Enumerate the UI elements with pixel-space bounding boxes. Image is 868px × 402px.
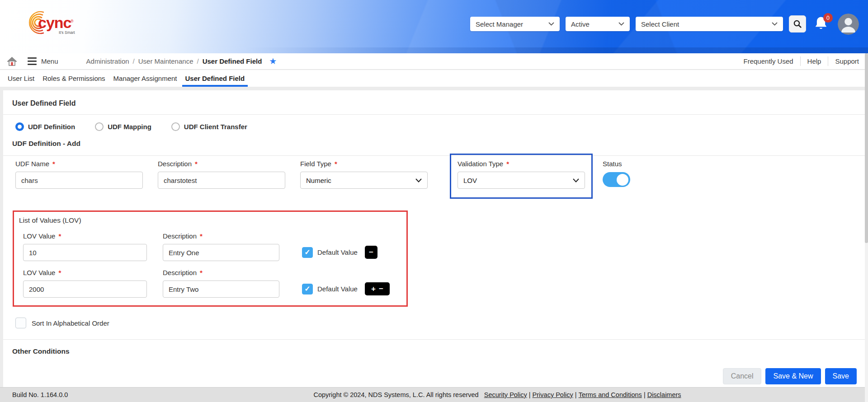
tab-user-defined-field[interactable]: User Defined Field	[181, 70, 249, 87]
lov-description-group-2: Description*	[163, 269, 279, 298]
breadcrumb-separator: /	[133, 57, 135, 65]
breadcrumb-separator: /	[197, 57, 198, 65]
validation-type-select[interactable]: LOV	[458, 172, 585, 189]
home-icon	[7, 57, 17, 66]
udf-name-label: UDF Name*	[15, 160, 143, 168]
remove-lov-row-button-1[interactable]: −	[365, 246, 377, 259]
lov-description-group-1: Description*	[163, 232, 279, 261]
logo-text: cync	[38, 14, 71, 31]
lov-value-label: LOV Value*	[23, 232, 147, 240]
required-marker: *	[58, 232, 61, 240]
search-button[interactable]	[789, 15, 806, 33]
security-policy-link[interactable]: Security Policy	[484, 391, 527, 398]
tab-roles-permissions[interactable]: Roles & Permissions	[38, 70, 109, 87]
search-icon	[793, 19, 802, 28]
scrollbar[interactable]	[865, 53, 868, 402]
logo-tagline: It's Smart	[59, 30, 75, 35]
tabs-bar: User List Roles & Permissions Manager As…	[0, 70, 868, 87]
user-defined-field-panel: User Defined Field UDF Definition UDF Ma…	[3, 90, 865, 387]
lov-value-input-1[interactable]	[23, 244, 147, 261]
breadcrumb: Administration / User Maintenance / User…	[86, 57, 277, 65]
build-number: Build No. 1.164.0.0	[12, 391, 68, 398]
support-link[interactable]: Support	[828, 56, 861, 66]
tab-manager-assignment[interactable]: Manager Assignment	[109, 70, 181, 87]
lov-row-2: LOV Value* Description* ✓ Default Value …	[23, 269, 406, 298]
select-manager-value: Select Manager	[476, 20, 523, 28]
chevron-down-icon	[618, 22, 624, 26]
udf-definition-form-row: UDF Name* Description* Field Type* Numer…	[12, 156, 856, 199]
lov-description-label: Description*	[163, 269, 279, 276]
footer-bar: Build No. 1.164.0.0 Copyright © 2024, ND…	[0, 387, 868, 402]
description-label: Description*	[158, 160, 285, 168]
select-manager-dropdown[interactable]: Select Manager	[470, 17, 560, 31]
lov-description-input-2[interactable]	[163, 280, 279, 298]
check-icon: ✓	[304, 285, 310, 293]
tab-user-list[interactable]: User List	[4, 70, 38, 87]
required-marker: *	[58, 269, 61, 276]
notification-badge: 0	[823, 13, 833, 23]
home-button[interactable]	[7, 57, 17, 66]
lov-section-title: List of Values (LOV)	[19, 216, 406, 224]
select-client-value: Select Client	[641, 20, 679, 28]
save-button[interactable]: Save	[825, 368, 857, 384]
default-value-checkbox-1[interactable]: ✓	[302, 247, 313, 258]
user-avatar[interactable]	[838, 14, 859, 35]
top-header: cync ® It's Smart Select Manager Active …	[0, 0, 868, 53]
validation-type-highlight-box: Validation Type* LOV	[450, 154, 593, 199]
udf-name-field-group: UDF Name*	[15, 160, 143, 189]
field-type-select[interactable]: Numeric	[300, 172, 428, 189]
status-toggle[interactable]	[603, 172, 630, 187]
lov-description-input-1[interactable]	[163, 244, 279, 261]
validation-type-value: LOV	[463, 177, 477, 184]
save-and-new-button[interactable]: Save & New	[765, 368, 821, 384]
udf-mode-radio-group: UDF Definition UDF Mapping UDF Client Tr…	[15, 115, 856, 137]
privacy-policy-link[interactable]: Privacy Policy	[533, 391, 573, 398]
radio-udf-client-transfer[interactable]: UDF Client Transfer	[171, 122, 247, 131]
lov-row-1: LOV Value* Description* ✓ Default Value …	[23, 232, 406, 261]
sort-alphabetical-checkbox[interactable]	[15, 318, 26, 328]
validation-type-label: Validation Type*	[458, 160, 585, 168]
plus-icon: +	[371, 285, 376, 293]
cync-logo[interactable]: cync ® It's Smart	[20, 8, 88, 40]
notifications-button[interactable]: 0	[814, 16, 829, 32]
terms-conditions-link[interactable]: Terms and Conditions	[579, 391, 642, 398]
default-value-group-2: ✓ Default Value + −	[302, 282, 390, 295]
breadcrumb-user-maintenance[interactable]: User Maintenance	[138, 57, 193, 65]
chevron-down-icon	[772, 22, 778, 26]
add-remove-lov-row-buttons[interactable]: + −	[365, 282, 390, 295]
status-field-group: Status	[603, 160, 630, 187]
active-status-dropdown[interactable]: Active	[566, 17, 630, 31]
required-marker: *	[506, 160, 509, 168]
breadcrumb-administration[interactable]: Administration	[86, 57, 129, 65]
minus-icon: −	[369, 248, 373, 256]
minus-icon: −	[379, 285, 383, 293]
logo-reg-mark: ®	[71, 19, 74, 23]
sort-alphabetical-label: Sort In Alphabetical Order	[32, 319, 109, 327]
menu-toggle-button[interactable]	[28, 57, 37, 65]
help-link[interactable]: Help	[800, 56, 828, 66]
radio-udf-mapping[interactable]: UDF Mapping	[95, 122, 151, 131]
required-marker: *	[195, 160, 198, 168]
menu-label[interactable]: Menu	[41, 57, 58, 65]
description-field-group: Description*	[158, 160, 285, 189]
other-conditions-title: Other Conditions	[12, 340, 856, 363]
required-marker: *	[200, 232, 203, 240]
page-title: User Defined Field	[12, 90, 856, 114]
radio-udf-definition[interactable]: UDF Definition	[15, 122, 75, 131]
active-status-value: Active	[571, 20, 590, 28]
lov-value-input-2[interactable]	[23, 280, 147, 298]
udf-name-input[interactable]	[15, 172, 143, 189]
default-value-checkbox-2[interactable]: ✓	[302, 284, 313, 294]
disclaimers-link[interactable]: Disclaimers	[647, 391, 681, 398]
select-client-dropdown[interactable]: Select Client	[636, 17, 783, 31]
description-input[interactable]	[158, 172, 285, 189]
chevron-down-icon	[548, 22, 554, 26]
scrollbar-thumb[interactable]	[865, 53, 868, 243]
favorite-star-icon[interactable]: ★	[269, 57, 277, 65]
cancel-button[interactable]: Cancel	[723, 368, 762, 384]
lov-value-group-2: LOV Value*	[23, 269, 147, 298]
copyright-block: Copyright © 2024, NDS Systems, L.C. All …	[313, 391, 681, 398]
frequently-used-link[interactable]: Frequently Used	[737, 56, 800, 66]
breadcrumb-bar: Menu Administration / User Maintenance /…	[0, 53, 868, 70]
hamburger-icon	[28, 57, 37, 59]
